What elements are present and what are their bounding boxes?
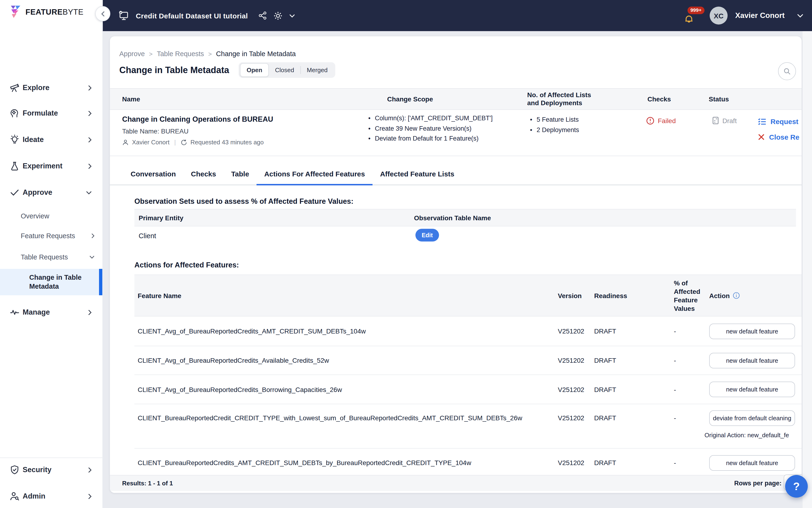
sidebar-item-label: Admin bbox=[22, 492, 45, 501]
head-gear-icon bbox=[9, 108, 20, 119]
tab-actions-for-affected-features[interactable]: Actions For Affected Features bbox=[257, 163, 372, 184]
request-checks-link[interactable]: Request bbox=[758, 118, 798, 125]
col-observation-table-name: Observation Table Name bbox=[414, 209, 491, 226]
tab-affected-feature-lists[interactable]: Affected Feature Lists bbox=[372, 163, 462, 184]
request-title[interactable]: Change in Cleaning Operations of BUREAU bbox=[122, 115, 273, 124]
main-area: Approve > Table Requests > Change in Tab… bbox=[102, 31, 812, 508]
col-action: Action bbox=[709, 292, 802, 299]
close-link-label: Close Re bbox=[769, 133, 799, 141]
affected-item: 2 Deployments bbox=[529, 125, 579, 135]
request-table-name: Table Name: BUREAU bbox=[122, 127, 189, 135]
sidebar-item-experiment[interactable]: Experiment bbox=[0, 157, 102, 175]
topbar-right: 999+ XC Xavier Conort bbox=[684, 0, 804, 31]
col-affected: No. of Affected Lists and Deployments bbox=[527, 89, 603, 112]
sidebar-item-formulate[interactable]: Formulate bbox=[0, 104, 102, 123]
feature-readiness: DRAFT bbox=[594, 459, 674, 466]
avatar[interactable]: XC bbox=[710, 7, 728, 25]
tab-conversation[interactable]: Conversation bbox=[123, 163, 183, 184]
breadcrumb-table-requests[interactable]: Table Requests bbox=[157, 50, 204, 57]
feature-action-cell: new default feature bbox=[709, 455, 802, 470]
request-meta: Xavier Conort | Requested 43 minutes ago bbox=[122, 139, 264, 146]
close-request-link[interactable]: Close Re bbox=[758, 133, 799, 141]
feature-action-cell: new default feature bbox=[709, 323, 802, 339]
user-menu-chevron-icon[interactable] bbox=[797, 13, 804, 18]
feature-action-cell: new default feature bbox=[709, 352, 802, 368]
sidebar-item-explore[interactable]: Explore bbox=[0, 78, 102, 97]
sidebar-item-admin[interactable]: Admin bbox=[0, 487, 102, 506]
sidebar-item-change-in-table-metadata[interactable]: Change in Table Metadata bbox=[0, 269, 102, 295]
feature-row: CLIENT_BureauReportedCredit_CREDIT_TYPE_… bbox=[134, 404, 802, 449]
tab-table[interactable]: Table bbox=[224, 163, 257, 184]
close-x-icon bbox=[758, 133, 765, 140]
checks-status: Failed bbox=[646, 117, 676, 125]
action-select[interactable]: new default feature bbox=[709, 323, 795, 339]
action-header-label: Action bbox=[709, 292, 730, 299]
sidebar-item-label: Experiment bbox=[22, 162, 62, 170]
observation-heading: Observation Sets used to assess % of Aff… bbox=[134, 197, 353, 206]
notifications-button[interactable]: 999+ bbox=[684, 5, 706, 27]
sidebar-collapse-button[interactable] bbox=[95, 6, 110, 21]
filter-open-button[interactable]: Open bbox=[240, 63, 269, 77]
observation-table-header: Primary Entity Observation Table Name bbox=[134, 209, 796, 226]
feature-readiness: DRAFT bbox=[594, 327, 674, 335]
col-change-scope: Change Scope bbox=[387, 89, 433, 110]
scrollbar-gutter[interactable] bbox=[803, 31, 812, 508]
sidebar-item-approve[interactable]: Approve bbox=[0, 183, 102, 202]
sidebar-item-label: Manage bbox=[22, 308, 50, 316]
rows-per-page-label: Rows per page: bbox=[734, 475, 781, 491]
meta-separator: | bbox=[174, 139, 176, 146]
action-select[interactable]: new default feature bbox=[709, 352, 795, 368]
user-search-icon bbox=[9, 491, 20, 502]
feature-name: CLIENT_BureauReportedCredit_CREDIT_TYPE_… bbox=[134, 404, 558, 422]
info-icon[interactable] bbox=[732, 292, 739, 299]
action-select[interactable]: new default feature bbox=[709, 455, 795, 470]
tab-checks[interactable]: Checks bbox=[183, 163, 224, 184]
edit-observation-button[interactable]: Edit bbox=[415, 229, 439, 242]
filter-closed-button[interactable]: Closed bbox=[269, 64, 300, 76]
app-root: Credit Default Dataset UI tutorial bbox=[0, 0, 812, 508]
chevron-right-icon bbox=[88, 85, 92, 91]
col-readiness: Readiness bbox=[594, 292, 674, 299]
lightbulb-icon bbox=[9, 134, 20, 145]
feature-name: CLIENT_Avg_of_BureauReportedCredits_Borr… bbox=[134, 386, 558, 393]
breadcrumb-approve[interactable]: Approve bbox=[119, 50, 145, 57]
help-button[interactable]: ? bbox=[785, 475, 808, 498]
action-select[interactable]: deviate from default cleaning bbox=[709, 410, 795, 426]
sidebar-active-item-label: Change in Table Metadata bbox=[29, 273, 86, 291]
feature-row: CLIENT_BureauReportedCredits_AMT_CREDIT_… bbox=[134, 449, 802, 477]
sidebar-item-security[interactable]: Security bbox=[0, 460, 102, 479]
monitor-check-icon bbox=[118, 10, 129, 21]
sidebar-item-label: Explore bbox=[22, 83, 49, 92]
sidebar-item-ideate[interactable]: Ideate bbox=[0, 130, 102, 149]
workspace-chevron-down-icon[interactable] bbox=[289, 13, 295, 18]
share-icon[interactable] bbox=[258, 11, 267, 20]
scope-item: Create 39 New Feature Version(s) bbox=[367, 123, 493, 133]
sidebar-item-feature-requests[interactable]: Feature Requests bbox=[0, 228, 102, 244]
feature-row: CLIENT_Avg_of_BureauReportedCredits_Borr… bbox=[134, 375, 802, 404]
sidebar-item-manage[interactable]: Manage bbox=[0, 303, 102, 322]
affected-list: 5 Feature Lists 2 Deployments bbox=[529, 115, 579, 135]
features-table: Feature Name Version Readiness % of Affe… bbox=[134, 274, 802, 477]
sidebar: FEATUREBYTE Explore Formulate bbox=[0, 0, 103, 508]
telescope-icon bbox=[9, 82, 20, 93]
action-select[interactable]: new default feature bbox=[709, 382, 795, 397]
sidebar-item-overview[interactable]: Overview bbox=[0, 208, 102, 224]
featurebyte-logo-text: FEATUREBYTE bbox=[26, 7, 84, 16]
filter-merged-button[interactable]: Merged bbox=[301, 64, 333, 76]
featurebyte-logo[interactable]: FEATUREBYTE bbox=[9, 5, 84, 19]
pulse-icon bbox=[9, 307, 20, 318]
check-icon bbox=[9, 187, 20, 198]
feature-pct: - bbox=[674, 356, 709, 364]
request-link-label: Request bbox=[770, 118, 798, 125]
search-button[interactable] bbox=[778, 62, 796, 80]
settings-gear-icon[interactable] bbox=[273, 11, 282, 20]
chevron-down-icon bbox=[86, 190, 92, 195]
requester-name: Xavier Conort bbox=[132, 139, 170, 146]
sidebar-item-table-requests[interactable]: Table Requests bbox=[0, 249, 102, 265]
workspace-switcher[interactable]: Credit Default Dataset UI tutorial bbox=[118, 0, 295, 31]
feature-readiness: DRAFT bbox=[594, 356, 674, 364]
request-row[interactable]: Change in Cleaning Operations of BUREAU … bbox=[110, 109, 802, 156]
status-label: Draft bbox=[722, 117, 737, 124]
feature-row: CLIENT_Avg_of_BureauReportedCredits_AMT_… bbox=[134, 316, 802, 346]
user-icon bbox=[122, 139, 129, 145]
